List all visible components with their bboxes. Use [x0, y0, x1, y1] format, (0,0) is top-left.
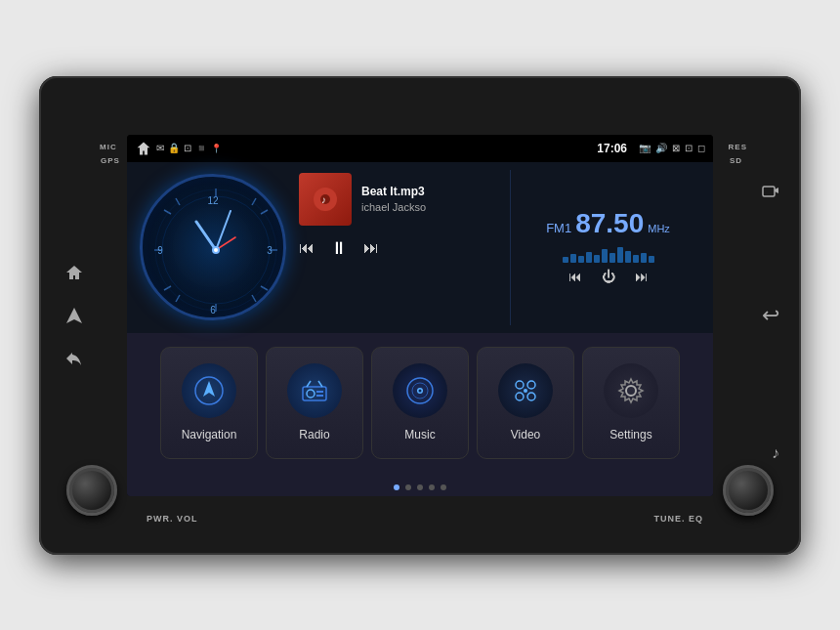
radio-band: FM1 — [546, 221, 571, 235]
radio-bar-2 — [570, 254, 576, 263]
dot-2[interactable] — [405, 484, 411, 490]
radio-bar-9 — [625, 251, 631, 263]
radio-bar-10 — [633, 255, 639, 263]
res-label: RES — [729, 143, 747, 151]
screen-icon: ⊡ — [685, 143, 693, 153]
settings-app-tile[interactable]: Settings — [582, 347, 680, 459]
radio-signal-bars — [563, 243, 654, 263]
radio-bar-3 — [578, 256, 584, 263]
power-volume-knob[interactable] — [66, 465, 117, 516]
music-app-tile[interactable]: Music — [371, 347, 469, 459]
svg-point-43 — [524, 389, 527, 393]
svg-line-34 — [318, 381, 322, 387]
nav-app-label: Navigation — [182, 428, 237, 441]
tune-eq-knob[interactable] — [723, 465, 774, 516]
album-art-image: ♪ — [299, 173, 352, 226]
media-controls: ⏮ ⏸ ⏭ — [299, 234, 502, 263]
status-right-icons: 📷 🔊 ⊠ ⊡ ◻ — [639, 143, 705, 153]
svg-marker-0 — [66, 308, 82, 323]
usb-icon: ⊠ — [672, 143, 680, 153]
app-grid: Navigation Radio — [127, 333, 713, 479]
video-app-tile[interactable]: Video — [477, 347, 574, 459]
dot-5[interactable] — [441, 484, 446, 490]
gps-label: GPS — [101, 156, 120, 165]
track-name: Beat It.mp3 — [361, 185, 426, 198]
svg-rect-32 — [316, 395, 323, 397]
radio-frequency: 87.50 — [575, 210, 644, 237]
radio-bar-11 — [641, 253, 647, 263]
media-section: ♪ Beat It.mp3 ichael Jackso ⏮ ⏸ ⏭ — [299, 170, 502, 325]
radio-bar-1 — [563, 257, 568, 263]
tune-eq-label: TUNE. EQ — [653, 514, 703, 524]
svg-rect-45 — [763, 187, 775, 196]
radio-freq-row: FM1 87.50 MHz — [546, 210, 670, 237]
status-time: 17:06 — [597, 142, 627, 155]
nav-app-tile[interactable]: Navigation — [160, 347, 258, 459]
svg-point-41 — [516, 393, 524, 400]
svg-point-23 — [214, 248, 218, 252]
camera-right-button[interactable] — [762, 184, 779, 200]
status-icons: ✉ 🔒 ⊡ ◾ 📍 — [156, 143, 585, 153]
back-side-button[interactable] — [61, 345, 88, 372]
radio-section: FM1 87.50 MHz — [510, 170, 705, 325]
radio-bar-7 — [609, 253, 615, 263]
svg-line-19 — [196, 222, 216, 250]
svg-marker-28 — [203, 381, 215, 397]
back-right-button[interactable]: ↩ — [762, 303, 779, 328]
page-indicator — [127, 479, 713, 496]
svg-rect-30 — [307, 390, 315, 398]
media-info: ♪ Beat It.mp3 ichael Jackso — [299, 170, 502, 229]
dot-3[interactable] — [417, 484, 423, 490]
video-icon — [498, 363, 553, 418]
radio-power-button[interactable]: ⏻ — [602, 269, 615, 284]
album-art: ♪ — [299, 173, 352, 226]
clock-face: 12 6 9 3 — [140, 174, 286, 320]
svg-text:♪: ♪ — [321, 194, 326, 205]
svg-point-40 — [527, 381, 535, 389]
svg-line-20 — [216, 211, 231, 250]
left-side-buttons — [61, 259, 88, 372]
radio-unit: MHz — [648, 223, 670, 234]
home-status-button[interactable] — [135, 140, 152, 157]
mic-label: MIC — [100, 143, 117, 151]
svg-text:6: 6 — [210, 305, 216, 315]
radio-icon — [287, 363, 342, 418]
radio-app-tile[interactable]: Radio — [266, 347, 363, 459]
message-icon: ✉ — [156, 143, 164, 153]
radio-bar-5 — [594, 255, 600, 263]
car-head-unit: MIC GPS RES SD PWR. VOL TUNE. EQ ✉ 🔒 ⊡ ◾ — [39, 76, 801, 555]
media-pause-button[interactable]: ⏸ — [330, 238, 348, 259]
music-right-button[interactable]: ♪ — [772, 444, 779, 462]
music-app-label: Music — [404, 428, 435, 441]
media-prev-button[interactable]: ⏮ — [299, 239, 315, 257]
radio-app-label: Radio — [299, 428, 329, 441]
dot-1[interactable] — [394, 484, 399, 490]
sd-label: SD — [730, 156, 742, 165]
settings-icon — [604, 363, 658, 418]
svg-point-38 — [419, 390, 422, 393]
radio-next-button[interactable]: ⏭ — [635, 269, 649, 284]
settings-app-label: Settings — [609, 428, 651, 441]
status-bar: ✉ 🔒 ⊡ ◾ 📍 17:06 📷 🔊 ⊠ ⊡ ◻ — [127, 135, 713, 162]
radio-bar-6 — [602, 249, 608, 263]
home-side-button[interactable] — [61, 259, 88, 286]
dot-4[interactable] — [429, 484, 435, 490]
media-next-button[interactable]: ⏭ — [363, 239, 379, 257]
radio-bar-4 — [586, 252, 592, 263]
main-content: 12 6 9 3 — [127, 162, 713, 496]
svg-point-42 — [527, 393, 535, 400]
phone-icon: ◻ — [697, 143, 705, 153]
track-info: Beat It.mp3 ichael Jackso — [361, 185, 426, 213]
camera-icon: 📷 — [639, 143, 651, 153]
nav-side-button[interactable] — [61, 302, 88, 329]
nav-icon — [182, 363, 236, 418]
volume-icon: 🔊 — [655, 143, 667, 153]
signal-icon: ◾ — [195, 143, 207, 153]
radio-controls: ⏮ ⏻ ⏭ — [568, 269, 649, 284]
lock-icon: 🔒 — [168, 143, 180, 153]
radio-prev-button[interactable]: ⏮ — [568, 269, 582, 284]
artist-name: ichael Jackso — [361, 201, 426, 213]
clock-widget: 12 6 9 3 — [135, 170, 291, 324]
svg-rect-31 — [316, 391, 323, 393]
location-icon: 📍 — [211, 144, 222, 153]
